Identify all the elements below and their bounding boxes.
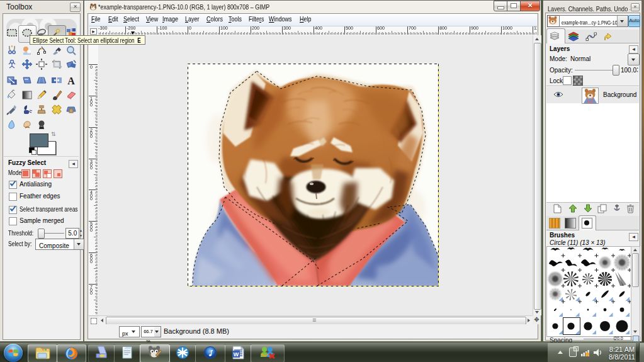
svg-text:W: W <box>234 351 239 358</box>
svg-text:A: A <box>67 76 75 86</box>
